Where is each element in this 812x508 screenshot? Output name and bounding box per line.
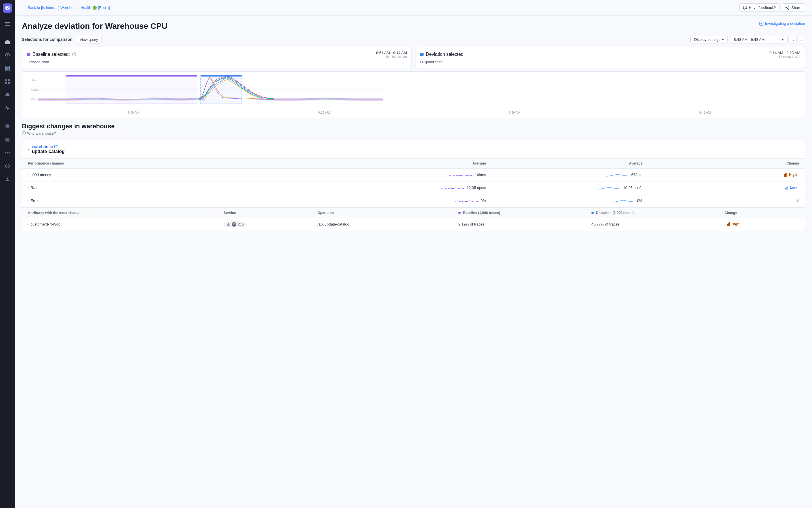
why-info-icon — [22, 131, 26, 135]
y-label-0percent: 0% — [31, 97, 39, 101]
deviation-header-content: Deviation (1,998 traces) — [591, 211, 635, 215]
attr-operation-cell: /api/update-catalog — [312, 218, 453, 231]
sidebar-item-pulse[interactable] — [2, 102, 13, 114]
perf-table-row: › Error 0% 0% — [22, 194, 805, 207]
attr-deviation-header: Deviation (1,998 traces) — [586, 208, 719, 218]
expand-deviation-chart[interactable]: › Expand chart — [420, 60, 800, 64]
attr-deviation-pct: 46.77% of traces — [591, 222, 620, 226]
attr-baseline-cell: 9.19% of traces — [453, 218, 586, 231]
perf-avg-deviation-header: Average — [492, 159, 648, 169]
expand-baseline-chart[interactable]: › Expand chart — [27, 60, 407, 64]
selection-cards: Baseline selected: 8:51 AM - 9:14 AM 40 … — [22, 47, 805, 68]
back-link-text: Back to [ls-internal] Warehouse Health 🟢… — [28, 5, 110, 10]
feedback-label: Have feedback? — [749, 5, 776, 10]
x-label-930: 9:30 AM — [509, 111, 520, 114]
avg-deviation-col-header: Average — [629, 161, 643, 165]
svg-point-33 — [24, 132, 24, 133]
attr-baseline-header: Baseline (1,998 traces) — [453, 208, 586, 218]
baseline-card-left: Baseline selected: — [27, 52, 76, 57]
sidebar-item-home[interactable] — [2, 36, 13, 48]
share-label: Share — [791, 5, 801, 10]
svg-point-27 — [74, 53, 74, 54]
attr-expand-icon[interactable]: › — [28, 223, 29, 226]
baseline-color-dot — [27, 53, 30, 56]
chart-draw-area — [38, 75, 383, 104]
svg-rect-12 — [8, 82, 10, 84]
attr-operation: /api/update-catalog — [317, 222, 349, 226]
back-link[interactable]: ← Back to [ls-internal] Warehouse Health… — [22, 5, 110, 10]
chart-x-labels: 9:00 AM 9:15 AM 9:30 AM 9:45 AM — [38, 110, 800, 114]
deviation-card: Deviation selected: 9:14 AM - 9:23 AM 31… — [415, 47, 805, 68]
metric-name: p99 Latency — [31, 173, 51, 177]
baseline-metric-value: 168ms — [475, 173, 486, 177]
attr-change-bar-icon — [727, 222, 730, 226]
attr-deviation-cell: 46.77% of traces — [586, 218, 719, 231]
y-label-1percent: 1% — [31, 79, 39, 82]
time-prev-button[interactable]: ‹ — [790, 36, 796, 43]
warehouse-table-card: ▾ warehouse update-catalog Perform — [22, 140, 805, 231]
back-arrow-icon: ← — [22, 5, 26, 10]
attr-name-cell: › customer:ProWool — [22, 218, 218, 231]
baseline-value-cell: 0% — [335, 194, 492, 207]
feedback-button[interactable]: Have feedback? — [739, 3, 779, 12]
investigating-link[interactable]: Investigating a deviation — [759, 21, 805, 26]
x-label-945: 9:45 AM — [699, 111, 711, 114]
svg-rect-3 — [5, 25, 10, 26]
collapse-button[interactable]: ▾ — [28, 147, 30, 151]
row-expand-icon[interactable]: › — [28, 173, 29, 176]
svg-point-34 — [228, 223, 229, 224]
change-bar-icon-low — [785, 186, 788, 189]
change-cell: Low — [648, 181, 805, 194]
prev-arrow-icon: ‹ — [793, 37, 794, 42]
baseline-card-header: Baseline selected: 8:51 AM - 9:14 AM 40 … — [27, 51, 407, 58]
page-header: Analyze deviation for Warehouse CPU Inve… — [15, 15, 812, 31]
row-expand-icon[interactable]: › — [28, 186, 29, 189]
next-arrow-icon: › — [801, 37, 803, 42]
sidebar-item-docs[interactable] — [2, 63, 13, 74]
content-area: Selections for comparison View query Dis… — [15, 31, 812, 236]
sidebar-item-settings[interactable] — [2, 121, 13, 132]
performance-changes-table: Performance changes Average Average Chan… — [22, 159, 805, 207]
sidebar-item-integrations[interactable] — [2, 134, 13, 145]
baseline-value-cell: 12.35 ops/s — [335, 181, 492, 194]
sidebar-item-menu[interactable] — [2, 18, 13, 30]
display-settings-label: Display settings — [694, 37, 720, 42]
sidebar-item-help[interactable]: ? — [2, 160, 13, 172]
change-cell: High — [648, 168, 805, 181]
row-expand-icon[interactable]: › — [28, 199, 29, 202]
sidebar-item-code[interactable] — [2, 147, 13, 159]
sidebar-item-dashboard[interactable] — [2, 76, 13, 87]
selections-label: Selections for comparison — [22, 37, 73, 42]
deviation-color-dot — [420, 53, 423, 56]
attr-service-header: Service — [218, 208, 312, 218]
investigating-icon — [759, 22, 763, 26]
perf-table-header-row: Performance changes Average Average Chan… — [22, 159, 805, 169]
expand-deviation-label: Expand chart — [422, 60, 443, 64]
main-chart: 1% 0.5% 0% — [22, 71, 805, 118]
share-button[interactable]: Share — [782, 3, 805, 12]
attr-main-header: Attributes with the most change — [22, 208, 218, 218]
sidebar-item-profile[interactable] — [2, 173, 13, 185]
sidebar-item-alerts[interactable] — [2, 89, 13, 101]
baseline-metric-value: 12.35 ops/s — [467, 185, 486, 190]
attr-table-header-row: Attributes with the most change Service … — [22, 208, 805, 218]
svg-rect-11 — [5, 82, 7, 84]
baseline-header-content: Baseline (1,998 traces) — [458, 211, 500, 215]
selections-bar: Selections for comparison View query Dis… — [22, 36, 805, 43]
service-count: 2 — [232, 222, 236, 227]
display-settings-button[interactable]: Display settings ▾ — [690, 36, 728, 43]
time-next-button[interactable]: › — [799, 36, 805, 43]
time-range-button[interactable]: 8:48 AM - 9:48 AM ▾ — [730, 36, 787, 43]
warehouse-link[interactable]: warehouse — [32, 144, 65, 149]
topnav-right: Have feedback? Share — [739, 3, 805, 12]
main-content: ← Back to [ls-internal] Warehouse Health… — [15, 0, 812, 508]
display-settings-chevron-icon: ▾ — [722, 37, 724, 42]
svg-line-20 — [786, 7, 788, 7]
view-query-button[interactable]: View query — [76, 36, 102, 43]
sidebar-item-recent[interactable] — [2, 49, 13, 61]
baseline-time-info: 8:51 AM - 9:14 AM 40 minutes ago — [376, 51, 407, 58]
expand-deviation-chevron-icon: › — [420, 60, 421, 64]
metric-name: Rate — [31, 185, 38, 190]
baseline-time-range: 8:51 AM - 9:14 AM — [376, 51, 407, 55]
deviation-metric-value: 19.25 ops/s — [623, 185, 642, 190]
